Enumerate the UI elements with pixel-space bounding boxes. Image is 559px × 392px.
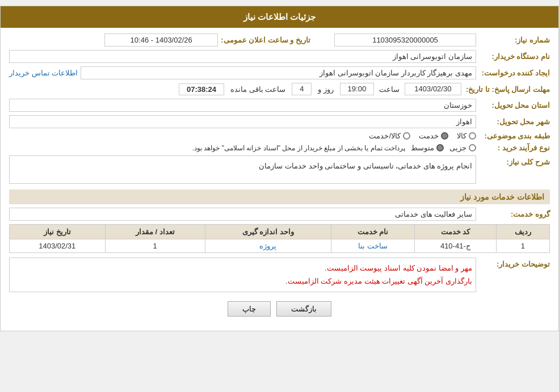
requester-value: مهدی برهیزگار کاربردار سازمان اتوبوسرانی… <box>81 66 476 79</box>
print-button[interactable]: چاپ <box>228 301 271 317</box>
need-description-label: شرح کلی نیاز: <box>476 155 550 166</box>
label-motavasset: متوسط <box>411 144 434 152</box>
back-button[interactable]: بازگشت <box>276 301 331 317</box>
need-number-label: شماره نیاز: <box>476 36 550 44</box>
deadline-days: 4 <box>292 83 312 95</box>
buyer-notes-label: توضیحات خریدار: <box>476 258 550 268</box>
deadline-time-label: ساعت <box>379 85 400 94</box>
process-option-motavasset: متوسط <box>411 144 444 152</box>
buyer-notes-value: مهر و امضا نمودن کلیه اسناد پیوست الزامی… <box>9 258 476 292</box>
row-province: استان محل تحویل: خوزستان <box>9 99 550 112</box>
radio-kala[interactable] <box>469 132 476 140</box>
label-khedmat: خدمت <box>419 132 439 140</box>
page-header: جزئیات اطلاعات نیاز <box>1 6 558 28</box>
contact-link[interactable]: اطلاعات تماس خریدار <box>9 69 78 77</box>
radio-motavasset[interactable] <box>436 144 444 151</box>
province-value: خوزستان <box>9 99 476 112</box>
process-radio-group: جزیی متوسط <box>411 144 476 152</box>
deadline-remain: 07:38:24 <box>179 83 224 95</box>
page-wrapper: جزئیات اطلاعات نیاز شماره نیاز: 11030953… <box>0 6 559 331</box>
cell-unit: پروژه <box>205 239 331 253</box>
row-process: نوع فرآیند خرید : جزیی متوسط پرداخت تمام… <box>9 144 550 152</box>
city-label: شهر محل تحویل: <box>476 117 550 126</box>
service-group-value: سایر فعالیت های خدماتی <box>9 208 476 221</box>
deadline-time: 19:00 <box>340 83 374 95</box>
services-section-header: اطلاعات خدمات مورد نیاز <box>9 189 550 204</box>
radio-kala-khedmat[interactable] <box>403 132 410 140</box>
announcement-value: 1403/02/26 - 10:46 <box>104 33 218 47</box>
category-option-kala-khedmat: کالا/خدمت <box>369 132 410 140</box>
buyer-org-value: سازمان اتوبوسرانی اهواز <box>9 50 476 63</box>
category-option-khedmat: خدمت <box>419 132 448 140</box>
cell-row: 1 <box>496 239 549 253</box>
buyer-notes-line2: بارگذاری آخرین آگهی تغییرات هیئت مدیره ش… <box>13 275 472 288</box>
city-value: اهواز <box>9 115 476 128</box>
th-name: نام خدمت <box>331 225 415 239</box>
deadline-date: 1403/02/30 <box>405 83 461 95</box>
process-label: نوع فرآیند خرید : <box>476 144 550 152</box>
th-unit: واحد اندازه گیری <box>205 225 331 239</box>
deadline-remain-label: ساعت باقی مانده <box>230 85 285 94</box>
province-label: استان محل تحویل: <box>476 101 550 109</box>
cell-date: 1403/02/31 <box>10 239 106 253</box>
need-number-value: 1103095320000005 <box>334 33 476 47</box>
requester-label: ایجاد کننده درخواست: <box>476 69 550 77</box>
btn-row: بازگشت چاپ <box>9 296 550 325</box>
row-need-number: شماره نیاز: 1103095320000005 تاریخ و ساع… <box>9 33 550 47</box>
row-requester: ایجاد کننده درخواست: مهدی برهیزگار کاربر… <box>9 66 550 79</box>
cell-name: ساخت بنا <box>331 239 415 253</box>
row-service-group: گروه خدمت: سایر فعالیت های خدماتی <box>9 208 550 221</box>
row-category: طبقه بندی موضوعی: کالا خدمت کالا/خدمت <box>9 132 550 140</box>
radio-khedmat[interactable] <box>441 132 448 140</box>
label-kala-khedmat: کالا/خدمت <box>369 132 401 140</box>
category-option-kala: کالا <box>457 132 476 140</box>
label-jozi: جزیی <box>449 144 466 152</box>
service-group-label: گروه خدمت: <box>476 210 550 218</box>
row-deadline: مهلت ارسال پاسخ: تا تاریخ: 1403/02/30 سا… <box>9 83 550 95</box>
th-code: کد خدمت <box>415 225 496 239</box>
page-title: جزئیات اطلاعات نیاز <box>243 12 316 22</box>
label-kala: کالا <box>457 132 466 140</box>
cell-code: ج-41-410 <box>415 239 496 253</box>
process-option-jozi: جزیی <box>449 144 476 152</box>
row-need-description: شرح کلی نیاز: انجام پروژه های خدماتی، تا… <box>9 155 550 184</box>
cell-quantity: 1 <box>105 239 205 253</box>
table-row: 1 ج-41-410 ساخت بنا پروژه 1 1403/02/31 <box>10 239 550 253</box>
deadline-details: 1403/02/30 ساعت 19:00 روز و 4 ساعت باقی … <box>179 83 461 95</box>
process-notice: پرداخت تمام یا بخشی از مبلغ خریدار از مح… <box>9 144 405 152</box>
th-date: تاریخ نیاز <box>10 225 106 239</box>
category-radio-group: کالا خدمت کالا/خدمت <box>9 132 476 140</box>
buyer-org-label: نام دستگاه خریدار: <box>476 52 550 61</box>
row-buyer-org: نام دستگاه خریدار: سازمان اتوبوسرانی اهو… <box>9 50 550 63</box>
buyer-notes-line1: مهر و امضا نمودن کلیه اسناد پیوست الزامی… <box>13 262 472 275</box>
th-quantity: تعداد / مقدار <box>105 225 205 239</box>
content-area: شماره نیاز: 1103095320000005 تاریخ و ساع… <box>1 28 558 331</box>
deadline-label: مهلت ارسال پاسخ: تا تاریخ: <box>461 85 550 94</box>
services-table: ردیف کد خدمت نام خدمت واحد اندازه گیری ت… <box>9 224 550 253</box>
row-city: شهر محل تحویل: اهواز <box>9 115 550 128</box>
category-label: طبقه بندی موضوعی: <box>476 132 550 140</box>
need-description-value: انجام پروژه های خدماتی، تاسیساتی و ساختم… <box>9 155 476 184</box>
radio-jozi[interactable] <box>469 144 476 151</box>
deadline-days-label: روز و <box>318 85 334 94</box>
th-row: ردیف <box>496 225 549 239</box>
announcement-label: تاریخ و ساعت اعلان عمومی: <box>221 36 310 44</box>
row-buyer-notes: توضیحات خریدار: مهر و امضا نمودن کلیه اس… <box>9 258 550 292</box>
